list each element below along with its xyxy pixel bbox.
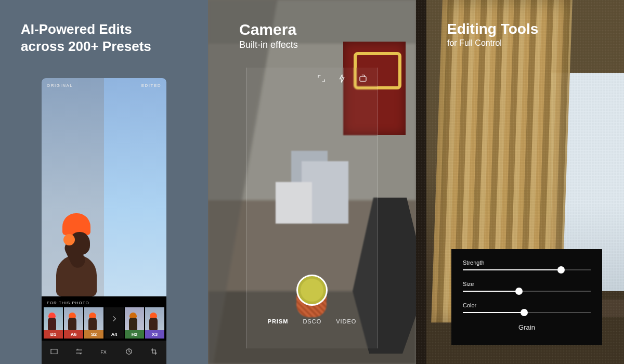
preset-label: H2 <box>125 330 144 339</box>
preset-thumb <box>44 307 63 330</box>
promo-panel-editing-tools: Editing Tools for Full Control StrengthS… <box>416 0 624 364</box>
recipes-icon[interactable] <box>124 347 134 358</box>
slider-label: Color <box>463 302 591 308</box>
slider-thumb[interactable] <box>521 309 528 316</box>
preset-strip[interactable]: B1A6S2A4H2X3 <box>42 307 166 341</box>
camera-viewfinder: PRISMDSCOVIDEO <box>246 68 378 348</box>
preset-thumb <box>145 307 164 330</box>
adjust-icon[interactable] <box>74 347 84 358</box>
slider-track[interactable] <box>463 269 591 270</box>
preset-more-icon[interactable] <box>105 307 124 330</box>
preset-thumb <box>84 307 103 330</box>
panel1-headline-line1: AI-Powered Edits <box>21 21 198 38</box>
slider-color[interactable]: Color <box>463 302 591 313</box>
slider-size[interactable]: Size <box>463 281 591 292</box>
preset-label: S2 <box>84 330 103 339</box>
editor-toolbar: FX <box>42 341 166 364</box>
svg-text:FX: FX <box>100 349 107 355</box>
presets-icon[interactable] <box>49 347 59 358</box>
panel2-title: Camera <box>239 21 298 38</box>
preset-s2[interactable]: S2 <box>84 307 103 339</box>
for-this-photo-label: FOR THIS PHOTO <box>42 296 166 307</box>
camera-mode-dsco[interactable]: DSCO <box>303 318 321 324</box>
slider-track[interactable] <box>463 312 591 313</box>
panel3-subtitle: for Full Control <box>447 38 538 48</box>
crop-icon[interactable] <box>149 347 159 358</box>
svg-rect-3 <box>360 76 366 81</box>
preset-a6[interactable]: A6 <box>64 307 83 339</box>
slider-label: Strength <box>463 259 591 266</box>
grain-tool-panel: StrengthSizeColor Grain <box>451 249 602 345</box>
slider-label: Size <box>463 281 591 287</box>
preset-label: X3 <box>145 330 164 339</box>
camera-top-icons <box>317 74 368 85</box>
slider-track[interactable] <box>463 291 591 292</box>
preset-b1[interactable]: B1 <box>44 307 63 339</box>
preset-label: A4 <box>105 330 124 339</box>
preset-h2[interactable]: H2 <box>125 307 144 339</box>
camera-mode-selector[interactable]: PRISMDSCOVIDEO <box>247 318 377 324</box>
compare-edited-side <box>104 78 166 296</box>
preset-a4[interactable]: A4 <box>105 307 124 339</box>
fx-icon[interactable]: FX <box>99 347 109 358</box>
compare-slider[interactable]: ORIGINAL EDITED <box>42 78 166 296</box>
panel1-headline: AI-Powered Edits across 200+ Presets <box>21 21 198 55</box>
compare-edited-label: EDITED <box>141 83 161 88</box>
panel1-headline-line2: across 200+ Presets <box>21 38 198 55</box>
aspect-icon[interactable] <box>317 74 326 85</box>
slider-thumb[interactable] <box>515 288 523 295</box>
shutter-button[interactable] <box>296 275 328 306</box>
panel3-title: Editing Tools <box>447 21 538 37</box>
slider-strength[interactable]: Strength <box>463 259 591 270</box>
preset-thumb <box>125 307 144 330</box>
camera-mode-video[interactable]: VIDEO <box>336 318 356 324</box>
preset-label: A6 <box>64 330 83 339</box>
switch-camera-icon[interactable] <box>358 74 368 85</box>
camera-mode-prism[interactable]: PRISM <box>268 318 289 324</box>
tool-name-label: Grain <box>463 323 591 331</box>
promo-panel-camera: Camera Built-in effects PRISMDSCOVIDEO <box>208 0 416 364</box>
panel2-subtitle: Built-in effects <box>239 40 298 50</box>
panel3-headline: Editing Tools for Full Control <box>447 21 538 48</box>
compare-original-label: ORIGINAL <box>47 83 73 88</box>
preset-label: B1 <box>44 330 63 339</box>
subject-figure <box>62 213 97 296</box>
preset-x3[interactable]: X3 <box>145 307 164 339</box>
svg-rect-0 <box>51 349 57 354</box>
panel2-headline: Camera Built-in effects <box>239 21 298 50</box>
phone-mock-presets: ORIGINAL EDITED FOR THIS PHOTO B1A6S2A4H… <box>42 78 166 364</box>
slider-thumb[interactable] <box>557 266 565 274</box>
preset-thumb <box>64 307 83 330</box>
flash-icon[interactable] <box>337 74 347 85</box>
promo-panel-presets: AI-Powered Edits across 200+ Presets ORI… <box>0 0 208 364</box>
